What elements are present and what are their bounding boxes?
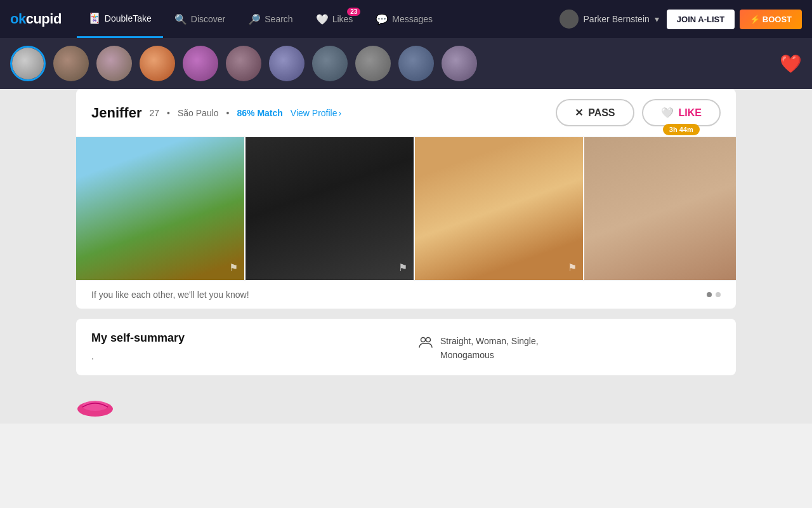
profile-thumb-5[interactable] bbox=[183, 46, 218, 81]
nav-search[interactable]: 🔎 Search bbox=[237, 0, 304, 38]
summary-left: My self-summary . bbox=[91, 331, 393, 363]
profile-thumb-1[interactable] bbox=[10, 46, 46, 81]
like-button[interactable]: 🤍 LIKE bbox=[642, 99, 721, 126]
svg-point-0 bbox=[421, 338, 426, 342]
flag-icon-1[interactable]: ⚑ bbox=[229, 262, 238, 274]
profile-thumb-11[interactable] bbox=[442, 46, 477, 81]
photo-3[interactable]: ⚑ bbox=[415, 137, 583, 280]
photo-4[interactable] bbox=[584, 137, 736, 280]
like-timer-badge: 3h 44m bbox=[663, 124, 700, 135]
profile-thumb-6[interactable] bbox=[226, 46, 261, 81]
profile-thumb-7[interactable] bbox=[269, 46, 304, 81]
dot-2[interactable] bbox=[716, 292, 721, 297]
summary-right: Straight, Woman, Single,Monogamous bbox=[419, 331, 721, 363]
nav-likes[interactable]: 🤍 Likes 23 bbox=[304, 0, 365, 38]
messages-icon: 💬 bbox=[376, 13, 388, 25]
like-button-wrapper: 🤍 LIKE 3h 44m bbox=[642, 99, 721, 126]
photo-2[interactable]: ⚑ bbox=[246, 137, 414, 280]
logo[interactable]: okcupid bbox=[10, 11, 62, 27]
doubletake-icon: 🃏 bbox=[88, 12, 101, 24]
profile-thumb-2[interactable] bbox=[53, 46, 89, 81]
photo-1[interactable]: ⚑ bbox=[76, 137, 244, 280]
relationship-info: Straight, Woman, Single,Monogamous bbox=[440, 334, 539, 363]
profile-location: São Paulo bbox=[178, 108, 219, 118]
profile-separator-1: • bbox=[167, 108, 170, 118]
header-actions: ✕ PASS 🤍 LIKE 3h 44m bbox=[556, 99, 721, 126]
profile-thumb-9[interactable] bbox=[355, 46, 391, 81]
flag-icon-3[interactable]: ⚑ bbox=[568, 262, 577, 274]
user-avatar bbox=[560, 10, 579, 29]
likes-badge: 23 bbox=[347, 8, 360, 16]
profile-age: 27 bbox=[149, 108, 159, 118]
navbar: okcupid 🃏 DoubleTake 🔍 Discover 🔎 Search… bbox=[0, 0, 812, 38]
boost-heart-icon[interactable]: ❤️ bbox=[780, 53, 802, 74]
join-alist-button[interactable]: JOIN A-LIST bbox=[667, 10, 735, 29]
user-menu[interactable]: Parker Bernstein ▾ bbox=[560, 10, 659, 29]
nav-messages[interactable]: 💬 Messages bbox=[364, 0, 444, 38]
chevron-right-icon: › bbox=[339, 108, 342, 118]
profile-thumb-3[interactable] bbox=[96, 46, 132, 81]
view-profile-link[interactable]: View Profile › bbox=[291, 108, 341, 118]
svg-point-1 bbox=[426, 338, 431, 342]
svg-point-3 bbox=[82, 401, 108, 411]
nav-doubletake[interactable]: 🃏 DoubleTake bbox=[77, 0, 163, 38]
profile-thumb-8[interactable] bbox=[312, 46, 348, 81]
profile-separator-2: • bbox=[226, 108, 230, 118]
profile-name: Jeniffer bbox=[91, 105, 141, 121]
boost-button[interactable]: ⚡ BOOST bbox=[740, 10, 802, 29]
chevron-down-icon: ▾ bbox=[655, 14, 659, 24]
bottom-icons-area bbox=[76, 388, 736, 424]
card-header: Jeniffer 27 • São Paulo • 86% Match View… bbox=[76, 89, 736, 137]
profile-match: 86% Match bbox=[237, 108, 282, 118]
summary-title: My self-summary bbox=[91, 331, 393, 345]
nav-discover[interactable]: 🔍 Discover bbox=[163, 0, 237, 38]
relationship-icon bbox=[419, 335, 433, 352]
match-info-text: If you like each other, we'll let you kn… bbox=[91, 290, 249, 300]
lips-decoration bbox=[76, 393, 114, 418]
dot-1[interactable] bbox=[707, 292, 712, 297]
profile-card: Jeniffer 27 • São Paulo • 86% Match View… bbox=[76, 89, 736, 309]
heart-icon: 🤍 bbox=[661, 107, 674, 119]
summary-text: . bbox=[91, 351, 393, 361]
flag-icon-2[interactable]: ⚑ bbox=[398, 262, 407, 274]
match-info-bar: If you like each other, we'll let you kn… bbox=[76, 280, 736, 309]
pass-button[interactable]: ✕ PASS bbox=[556, 99, 634, 126]
profile-thumb-4[interactable] bbox=[140, 46, 175, 81]
photos-row: ⚑ ⚑ ⚑ bbox=[76, 137, 736, 280]
profile-thumb-10[interactable] bbox=[398, 46, 434, 81]
discover-icon: 🔍 bbox=[174, 13, 187, 25]
search-icon: 🔎 bbox=[248, 13, 261, 25]
likes-icon: 🤍 bbox=[316, 13, 329, 25]
main-area: Jeniffer 27 • São Paulo • 86% Match View… bbox=[0, 89, 812, 424]
x-icon: ✕ bbox=[575, 107, 583, 119]
self-summary-section: My self-summary . Straight, Woman, Singl… bbox=[76, 319, 736, 375]
profiles-row: ❤️ bbox=[0, 38, 812, 89]
photo-dots bbox=[707, 292, 721, 297]
